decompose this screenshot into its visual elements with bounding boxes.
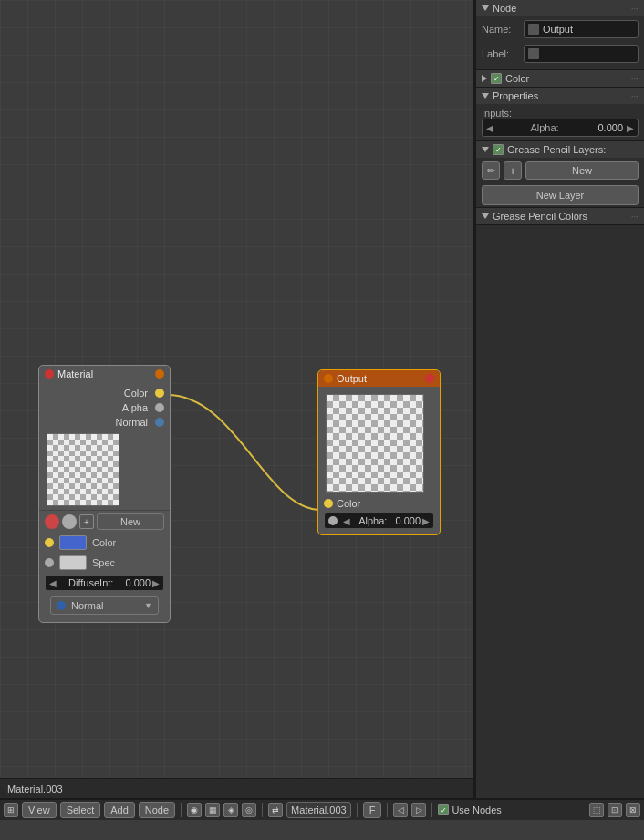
alpha-input[interactable]: ◀ Alpha: 0.000 ▶ (324, 513, 434, 529)
color-output-socket[interactable] (155, 389, 164, 398)
select-btn[interactable]: Select (60, 802, 101, 818)
tb-sep-4 (387, 803, 388, 817)
normal-select[interactable]: Normal ▼ (50, 596, 159, 615)
alpha-input-socket[interactable] (328, 516, 338, 525)
alpha-output-row: Alpha (39, 400, 170, 415)
material-node[interactable]: Material Color Alpha Normal (38, 365, 171, 623)
material-node-title: Material (57, 368, 93, 379)
alpha-arrow-left[interactable]: ◀ (486, 123, 493, 133)
node-editor[interactable]: Material Color Alpha Normal (0, 0, 475, 798)
grease-layers-checkbox[interactable]: ✓ (493, 144, 504, 155)
tb-extra-1[interactable]: ⬚ (589, 803, 604, 817)
label-input[interactable] (524, 45, 639, 63)
grease-new-btn[interactable]: New (525, 161, 639, 180)
grease-plus-btn[interactable]: + (504, 161, 522, 180)
material-node-close[interactable] (45, 369, 54, 379)
color-output-label: Color (124, 388, 148, 399)
tb-arrow-left-icon[interactable]: ◁ (393, 803, 408, 817)
color-output-row: Color (39, 386, 170, 400)
node-editor-status: Material.003 (0, 778, 473, 798)
tb-extra-3[interactable]: ⊠ (626, 803, 640, 817)
material-node-icon[interactable] (155, 369, 164, 379)
diffuse-row: ◀ DiffuseInt: 0.000 ▶ (39, 573, 170, 593)
properties-content: Inputs: ◀ Alpha: 0.000 ▶ (476, 104, 644, 140)
output-node-close[interactable] (425, 374, 434, 383)
properties-section-header[interactable]: Properties ··· (476, 88, 644, 104)
material-tools-row: + New (39, 510, 170, 533)
use-nodes-label: Use Nodes (452, 804, 501, 815)
diffuse-label: DiffuseInt: (58, 577, 123, 588)
tb-sep-5 (431, 803, 432, 817)
node-section: Node ··· Name: Output Label: (476, 0, 644, 70)
normal-value: Normal (71, 600, 139, 611)
view-btn[interactable]: View (22, 802, 57, 818)
properties-triangle (482, 93, 489, 99)
output-node-title: Output (337, 373, 367, 384)
tb-sep-2 (262, 803, 263, 817)
node-section-header[interactable]: Node ··· (476, 0, 644, 16)
alpha-arrow-l[interactable]: ◀ (343, 516, 350, 526)
alpha-output-label: Alpha (122, 402, 148, 413)
color-header-left: ✓ Color (482, 73, 529, 84)
gp-colors-dots: ··· (631, 212, 639, 222)
diffuse-arrow-right[interactable]: ▶ (152, 578, 160, 588)
diffuse-input[interactable]: ◀ DiffuseInt: 0.000 ▶ (45, 575, 164, 591)
color-input-socket[interactable] (324, 499, 333, 508)
normal-output-socket[interactable] (155, 418, 164, 427)
tb-render-icon[interactable]: ◎ (242, 803, 256, 817)
spec-label: Spec (92, 557, 115, 568)
name-row: Name: Output (482, 20, 639, 38)
grease-pencil-layers-section: ✓ Grease Pencil Layers: ··· ✏ + New New … (476, 141, 644, 208)
alpha-arrow-r[interactable]: ▶ (422, 516, 430, 526)
material-name-field[interactable]: Material.003 (286, 802, 351, 818)
material-red-icon[interactable] (45, 514, 59, 529)
tb-extra-2[interactable]: ⊡ (608, 803, 622, 817)
color-swatch-blue[interactable] (59, 535, 87, 550)
alpha-field-value: 0.000 (596, 122, 623, 133)
use-nodes-container: ✓ Use Nodes (438, 804, 501, 815)
output-thumbnail (326, 394, 424, 493)
inputs-label: Inputs: (482, 105, 512, 121)
alpha-field[interactable]: ◀ Alpha: 0.000 ▶ (482, 119, 639, 137)
tb-sphere-icon[interactable]: ◉ (187, 803, 202, 817)
use-nodes-checkbox[interactable]: ✓ (438, 804, 449, 815)
node-btn[interactable]: Node (139, 802, 175, 818)
tb-grid-icon[interactable]: ▦ (205, 803, 220, 817)
name-input[interactable]: Output (524, 20, 639, 38)
tb-icon-1[interactable]: ⊞ (4, 803, 18, 817)
output-node[interactable]: Output Color ◀ (317, 369, 441, 535)
material-node-header[interactable]: Material (39, 366, 170, 382)
add-btn[interactable]: Add (104, 802, 135, 818)
color-checkbox[interactable]: ✓ (491, 73, 502, 84)
spec-row: Spec (39, 553, 170, 573)
color-section-title: Color (505, 73, 529, 84)
label-row: Label: (482, 45, 639, 63)
gp-colors-header[interactable]: Grease Pencil Colors ··· (476, 208, 644, 224)
status-material-name: Material.003 (7, 783, 63, 794)
properties-title: Properties (493, 90, 538, 101)
new-layer-btn[interactable]: New Layer (482, 185, 639, 205)
grease-layers-header[interactable]: ✓ Grease Pencil Layers: ··· (476, 141, 644, 158)
tb-node-icon[interactable]: ◈ (223, 803, 238, 817)
normal-output-row: Normal (39, 415, 170, 430)
color-section-header[interactable]: ✓ Color ··· (476, 70, 644, 87)
tb-arrow-right-icon[interactable]: ▷ (411, 803, 426, 817)
spec-swatch[interactable] (59, 555, 87, 570)
alpha-output-socket[interactable] (155, 403, 164, 412)
grease-pencil-colors-section: Grease Pencil Colors ··· (476, 208, 644, 225)
normal-dot (57, 601, 66, 610)
grease-layers-triangle (482, 147, 489, 152)
material-gray-icon[interactable] (62, 514, 77, 529)
output-node-header[interactable]: Output (318, 370, 440, 387)
material-plus-btn[interactable]: + (79, 514, 94, 529)
color-section: ✓ Color ··· (476, 70, 644, 88)
node-section-dots: ··· (631, 4, 639, 14)
normal-output-label: Normal (116, 417, 148, 428)
alpha-arrow-right[interactable]: ▶ (627, 123, 634, 133)
diffuse-arrow-left[interactable]: ◀ (49, 578, 57, 588)
pencil-btn[interactable]: ✏ (482, 161, 500, 180)
output-node-icon (324, 374, 333, 383)
material-new-btn[interactable]: New (97, 513, 164, 530)
f-btn[interactable]: F (363, 802, 382, 818)
tb-arrow-icon[interactable]: ⇄ (268, 803, 283, 817)
